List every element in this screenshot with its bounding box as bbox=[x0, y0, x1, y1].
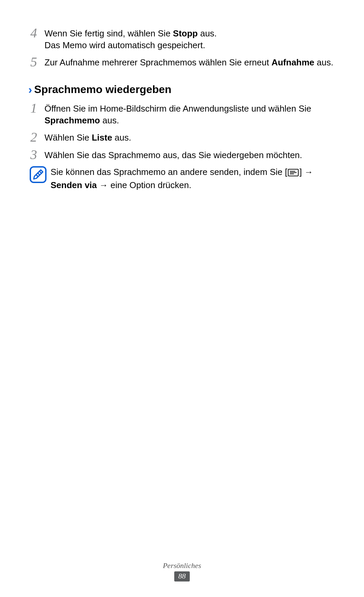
note-pencil-icon bbox=[30, 166, 47, 183]
step-text: Öffnen Sie im Home-Bildschirm die Anwend… bbox=[44, 102, 334, 126]
step-number: 1 bbox=[30, 101, 44, 115]
note-text-mid2: → eine Option drücken. bbox=[97, 180, 191, 190]
step-text: Zur Aufnahme mehrerer Sprachmemos wählen… bbox=[44, 56, 333, 68]
numbered-step: 2Wählen Sie Liste aus. bbox=[30, 131, 334, 144]
step-text: Wählen Sie das Sprachmemo aus, das Sie w… bbox=[44, 149, 302, 161]
svg-rect-0 bbox=[30, 167, 46, 182]
step-number: 5 bbox=[30, 55, 44, 69]
step-text: Wählen Sie Liste aus. bbox=[44, 131, 131, 144]
step-number: 2 bbox=[30, 130, 44, 144]
section-heading: › Sprachmemo wiedergeben bbox=[30, 83, 334, 96]
note-text-mid1: ] → bbox=[299, 167, 313, 177]
step-number: 3 bbox=[30, 148, 44, 161]
numbered-step: 3Wählen Sie das Sprachmemo aus, das Sie … bbox=[30, 149, 334, 161]
page-footer: Persönliches 88 bbox=[0, 561, 364, 581]
step-text: Wenn Sie fertig sind, wählen Sie Stopp a… bbox=[44, 27, 217, 51]
svg-line-1 bbox=[39, 171, 41, 173]
numbered-step: 5Zur Aufnahme mehrerer Sprachmemos wähle… bbox=[30, 56, 334, 69]
section-title: Sprachmemo wiedergeben bbox=[34, 83, 171, 96]
chevron-icon: › bbox=[28, 83, 32, 96]
step-number: 4 bbox=[30, 26, 44, 40]
menu-button-icon bbox=[288, 168, 299, 179]
svg-line-3 bbox=[36, 175, 38, 177]
note-text: Sie können das Sprachmemo an andere send… bbox=[51, 166, 334, 191]
numbered-step: 1Öffnen Sie im Home-Bildschirm die Anwen… bbox=[30, 102, 334, 126]
footer-section-label: Persönliches bbox=[0, 561, 364, 570]
page-number-badge: 88 bbox=[174, 571, 190, 581]
numbered-step: 4Wenn Sie fertig sind, wählen Sie Stopp … bbox=[30, 27, 334, 51]
document-page: 4Wenn Sie fertig sind, wählen Sie Stopp … bbox=[0, 0, 364, 191]
note-callout: Sie können das Sprachmemo an andere send… bbox=[30, 166, 334, 191]
note-text-pre: Sie können das Sprachmemo an andere send… bbox=[51, 167, 287, 177]
svg-line-2 bbox=[38, 173, 40, 175]
note-text-bold: Senden via bbox=[51, 180, 97, 190]
